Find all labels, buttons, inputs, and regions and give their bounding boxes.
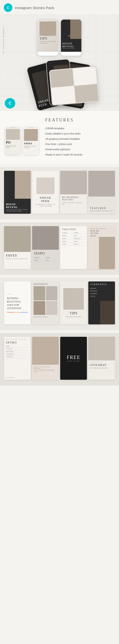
tips-label: TIPS — [39, 37, 56, 40]
divider-2 — [0, 220, 119, 222]
this-that-card-screen: THIS/THAT SUMMER SPRING SHARE DAILY SHAR… — [60, 226, 87, 269]
feature-item-6: -Ready to post in under 60 seconds — [45, 153, 114, 156]
template-row-2: FAVES PRODUCTS I USE ON THE BLOG INSPO S… — [0, 222, 119, 275]
divider-1 — [0, 164, 119, 167]
girl-blog-label: HOW DOON THEBLOG — [90, 230, 113, 237]
phone-house-reveal-hero: HOUSEREVEAL TOUR THE HOUSE — [60, 19, 82, 56]
feature-item-5: -Social media optimized — [45, 148, 114, 151]
divider-4 — [0, 330, 119, 333]
this-that-5: SHARE — [62, 237, 73, 240]
this-that-card-text: THIS/THAT SUMMER SPRING SHARE DAILY SHAR… — [60, 226, 87, 247]
template-woman-blog: LIFESTYLE BLOGGER FOLLOW THE BLOG FOR MO… — [32, 337, 59, 380]
feature-phone-1-screen: PO ORGANIZE YOUR HOME — [5, 127, 21, 155]
woman-card-screen: LIFESTYLE BLOGGER FOLLOW THE BLOG FOR MO… — [32, 337, 59, 380]
features-content: PO ORGANIZE YOUR HOME FAVES PRODUCTS I U… — [5, 127, 114, 158]
feature-sub-2: PRODUCTS I USE ON THE BLOG — [23, 145, 39, 148]
inspo-item-3: SHARE — [34, 259, 45, 262]
inspo-card-screen: INSPO SUMMER SPRING SHARE DAILY — [32, 226, 59, 269]
morning-card-sublabel: START TO DEFINE YOUR BEST DAY — [62, 202, 85, 205]
currently-img — [100, 301, 115, 324]
this-that-grid: SUMMER SPRING SHARE DAILY SHARE DISCOVER… — [62, 232, 85, 246]
template-giveaway: BIG SURPRISE OF GIVEAWAY WIN SOMETHING A… — [88, 337, 115, 380]
tablet-cell-4 — [75, 84, 99, 102]
house-reveal-text-block: HOUSEREVEAL TOUR THE HOUSE — [62, 42, 75, 49]
morning-card-screen: MY MORNINGROUTINE START TO DEFINE YOUR B… — [60, 171, 87, 214]
currently-item-4: LOVING — [90, 295, 113, 298]
canva-logo-secondary: C — [5, 98, 15, 108]
morning-card-img — [60, 171, 87, 194]
inspo-item-1: SUMMER — [34, 257, 45, 259]
intro-item-4: OCCUPATION — [6, 354, 29, 356]
faves-card-text: FAVES PRODUCTS I USE ON THE BLOG — [4, 252, 31, 262]
faves-card-img — [4, 226, 31, 252]
intro-item-5: FUN FACTS — [6, 356, 29, 358]
intro-card-text: INSTAGRAM STORIES INTRO NAME LOCATION BL… — [4, 337, 31, 360]
features-phones: PO ORGANIZE YOUR HOME FAVES PRODUCTS I U… — [5, 127, 39, 155]
currently-item-3: LISTENING — [90, 292, 113, 295]
template-girl-blog: SELF LOVE PODCAST HOW DOON THEBLOG — [88, 226, 115, 269]
currently-text: CURRENTLY READING WATCHING LISTENING LOV… — [88, 282, 115, 300]
this-that-8: PLANT — [74, 240, 85, 242]
sneak-peek-card-label: SNEAKPEEK — [40, 196, 51, 203]
inspo-item-2: SPRING — [46, 257, 57, 259]
currently-item-2: WATCHING — [90, 290, 113, 292]
template-tips-card: TIPS ORGANIZE YOUR BODY — [60, 282, 87, 324]
tablet-cell-1 — [50, 69, 74, 88]
feature-img-2 — [24, 129, 38, 141]
inspo-card-img — [32, 226, 59, 250]
woman-divider — [34, 368, 41, 368]
feature-label-1: PO — [5, 140, 21, 145]
feature-item-1: -CANVA templates — [45, 127, 114, 130]
feature-sub-1: ORGANIZE YOUR HOME — [5, 145, 21, 148]
featured-card-img — [88, 171, 115, 196]
featured-card-screen: FEATURED HOW TO DEFINE YOUR BEST DAY — [88, 171, 115, 214]
feature-phone-2-screen: FAVES PRODUCTS I USE ON THE BLOG — [23, 127, 39, 155]
this-that-10: NETFLIX — [74, 243, 85, 246]
templates-row-1: HOUSEREVEAL NOTHING BETTER THAN YOUR NEW… — [2, 171, 117, 214]
header-title: Instagram Stories Pack — [15, 6, 54, 10]
template-inspo: INSPO SUMMER SPRING SHARE DAILY — [32, 226, 59, 269]
this-that-6: DISCOVERY — [74, 237, 85, 240]
snapshots-grid — [32, 286, 59, 316]
template-featured: FEATURED HOW TO DEFINE YOUR BEST DAY — [88, 171, 115, 214]
intro-item-3: BLOG NAME — [6, 351, 29, 353]
nothing-top-text: SHARE — [7, 294, 28, 295]
feature-item-4: -Free fonts + photos used — [45, 143, 114, 146]
tablet-cell-2 — [73, 67, 97, 86]
feature-label-2: FAVES — [23, 142, 39, 145]
this-that-9: SHARE — [62, 243, 73, 246]
woman-img — [32, 337, 59, 365]
inspo-grid: SUMMER SPRING SHARE DAILY — [34, 257, 57, 262]
template-free-link: FREE LINK IN BIO — [60, 337, 87, 380]
house-reveal-label: HOUSEREVEAL — [62, 42, 75, 48]
snapshots-card-label: SNAPSHOTS — [32, 282, 59, 286]
currently-list: READING WATCHING LISTENING LOVING — [90, 287, 113, 298]
giveaway-pre: BIG SURPRISE OF — [90, 362, 114, 363]
features-section: FEATURES PO ORGANIZE YOUR HOME FAVES PRO… — [0, 111, 119, 164]
snapshots-img-4 — [46, 301, 58, 315]
house-reveal-card-sublabel: NOTHING BETTER THAN YOUR NEW HOME — [6, 209, 29, 212]
phone-house-reveal-screen: HOUSEREVEAL TOUR THE HOUSE — [61, 20, 81, 52]
featured-card-text: FEATURED HOW TO DEFINE YOUR BEST DAY — [90, 207, 113, 212]
features-list: -CANVA templates -Easily editable in jus… — [43, 127, 114, 158]
intro-top-text: INSTAGRAM STORIES — [6, 339, 29, 340]
currently-card-screen: CURRENTLY READING WATCHING LISTENING LOV… — [88, 282, 115, 324]
this-that-1: SUMMER — [62, 232, 73, 234]
templates-row-4: INSTAGRAM STORIES INTRO NAME LOCATION BL… — [2, 337, 117, 380]
feature-phone-2: FAVES PRODUCTS I USE ON THE BLOG — [23, 127, 39, 155]
currently-item-1: READING — [90, 287, 113, 290]
sneak-peek-card-sublabel: SEE BEFORE THE REVEAL OF YOUR NEW HOME — [34, 204, 57, 207]
girl-blog-top-text: SELF LOVE PODCAST — [90, 228, 113, 230]
girl-blog-img — [99, 237, 115, 269]
phone-tips-screen: TIPS ORGANIZE YOUR HOMEYOUR BODY — [38, 20, 58, 52]
tablet-mockup — [49, 66, 99, 106]
woman-top-text: LIFESTYLE BLOGGER — [34, 366, 57, 368]
tips-card-label: TIPS — [70, 312, 78, 315]
giveaway-img — [88, 337, 115, 360]
feature-item-3: -16 gorgeous premade templates — [45, 138, 114, 141]
house-reveal-card-label: HOUSEREVEAL — [6, 203, 29, 208]
free-sublabel: LINK IN BIO — [67, 360, 80, 362]
nothing-color-bar — [7, 312, 28, 313]
template-row-3: SHARE NOTHINGBEAUTIFULASKS FORATTENTION … — [0, 278, 119, 330]
template-this-that: THIS/THAT SUMMER SPRING SHARE DAILY SHAR… — [60, 226, 87, 269]
